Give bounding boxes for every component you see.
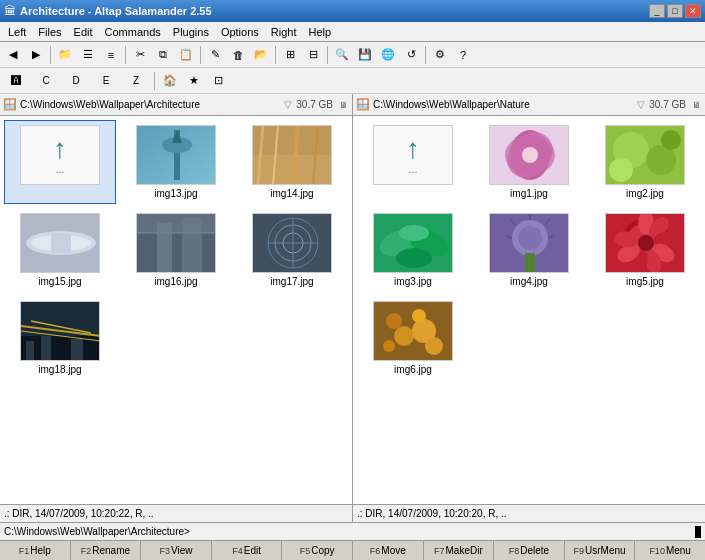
fkey-f6[interactable]: F6 Move [353,541,424,560]
tb-home[interactable]: 🏠 [159,70,181,92]
right-item-img1[interactable]: img1.jpg [473,120,585,204]
right-item-updir[interactable]: ↑ ... [357,120,469,204]
menu-files[interactable]: Files [32,24,67,40]
tb-drive-c[interactable]: C [32,70,60,92]
right-item-img6[interactable]: img6.jpg [357,296,469,380]
left-thumb-img16-svg [137,213,215,273]
menu-plugins[interactable]: Plugins [167,24,215,40]
cmd-prompt[interactable]: C:\Windows\Web\Wallpaper\Architecture> [4,526,695,537]
right-thumb-img3-svg [374,213,452,273]
menu-options[interactable]: Options [215,24,265,40]
fkey-f1-label: Help [30,545,51,556]
svg-point-37 [522,147,538,163]
menu-help[interactable]: Help [303,24,338,40]
tb-forward[interactable]: ▶ [25,44,47,66]
fkey-f9[interactable]: F9 UsrMenu [565,541,636,560]
right-item-img2[interactable]: img2.jpg [589,120,701,204]
tb-bookmark[interactable]: ★ [183,70,205,92]
tb-sep-5 [327,46,328,64]
tb-drive[interactable]: 💾 [354,44,376,66]
tb-select-all[interactable]: ⊞ [279,44,301,66]
svg-point-41 [609,158,633,182]
left-item-img13[interactable]: img13.jpg [120,120,232,204]
tb-drive-z[interactable]: Z [122,70,150,92]
menu-edit[interactable]: Edit [68,24,99,40]
tb-delete[interactable]: 🗑 [227,44,249,66]
right-name-img4: img4.jpg [510,276,548,287]
right-up-dots: ... [408,163,417,175]
right-disk: 30.7 GB [649,99,690,110]
menu-bar: Left Files Edit Commands Plugins Options… [0,22,705,42]
main-area: ↑ ... [0,116,705,504]
tb-misc1[interactable]: ⊡ [207,70,229,92]
fkey-f9-label: UsrMenu [585,545,626,556]
tb-mkdir[interactable]: 📂 [250,44,272,66]
left-disk-icon: 🖥 [339,100,350,110]
right-thumb-img5-svg [606,213,684,273]
left-panel-scroll[interactable]: ↑ ... [0,116,352,504]
fkey-f8[interactable]: F8 Delete [494,541,565,560]
tb-copy[interactable]: ⧉ [152,44,174,66]
right-path[interactable]: C:\Windows\Web\Wallpaper\Nature [373,99,633,110]
tb-search[interactable]: 🔍 [331,44,353,66]
right-item-img4[interactable]: img4.jpg [473,208,585,292]
tb-refresh[interactable]: ↺ [400,44,422,66]
fkey-f7[interactable]: F7 MakeDir [424,541,495,560]
fkey-f1[interactable]: F1 Help [0,541,71,560]
tb-paste[interactable]: 📋 [175,44,197,66]
tb-help2[interactable]: ? [452,44,474,66]
right-thumb-img2-svg [606,125,684,185]
svg-rect-5 [253,125,331,155]
left-item-img18[interactable]: img18.jpg [4,296,116,380]
right-panel-scroll[interactable]: ↑ ... [353,116,705,504]
tb-settings[interactable]: ⚙ [429,44,451,66]
left-item-img15[interactable]: img15.jpg [4,208,116,292]
menu-commands[interactable]: Commands [99,24,167,40]
maximize-button[interactable]: □ [667,4,683,18]
left-item-img14[interactable]: img14.jpg [236,120,348,204]
right-item-img5[interactable]: img5.jpg [589,208,701,292]
right-up-arrow-icon: ↑ [406,135,420,163]
fkey-f4[interactable]: F4 Edit [212,541,283,560]
minimize-button[interactable]: _ [649,4,665,18]
close-button[interactable]: ✕ [685,4,701,18]
tb-rename[interactable]: ✎ [204,44,226,66]
tb-list[interactable]: ☰ [77,44,99,66]
tb-drive-e[interactable]: E [92,70,120,92]
menu-left[interactable]: Left [2,24,32,40]
tb-sep-1 [50,46,51,64]
svg-rect-13 [51,233,71,253]
fkey-f6-num: F6 [370,546,381,556]
fkey-f2[interactable]: F2 Rename [71,541,142,560]
right-thumb-img1 [489,125,569,185]
fkey-f3[interactable]: F3 View [141,541,212,560]
right-addr-icon: 🪟 [355,97,371,113]
fkey-f10-num: F10 [649,546,665,556]
left-status: .: DIR, 14/07/2009, 10:20:22, R, .. [0,505,353,522]
left-path[interactable]: C:\Windows\Web\Wallpaper\Architecture [20,99,280,110]
fkey-f7-num: F7 [434,546,445,556]
left-item-img16[interactable]: img16.jpg [120,208,232,292]
fkey-f5[interactable]: F5 Copy [282,541,353,560]
tb-folder[interactable]: 📁 [54,44,76,66]
fkey-f10[interactable]: F10 Menu [635,541,705,560]
menu-right[interactable]: Right [265,24,303,40]
tb-drive-a[interactable]: 🅰 [2,70,30,92]
left-item-img17[interactable]: img17.jpg [236,208,348,292]
fkey-f10-label: Menu [666,545,691,556]
left-file-panel: ↑ ... [0,116,353,504]
svg-rect-30 [26,341,34,361]
tb-drive-d[interactable]: D [62,70,90,92]
tb-details[interactable]: ≡ [100,44,122,66]
left-thumb-img17-svg [253,213,331,273]
right-item-img3[interactable]: img3.jpg [357,208,469,292]
tb-net[interactable]: 🌐 [377,44,399,66]
left-item-updir[interactable]: ↑ ... [4,120,116,204]
right-thumb-img1-svg [490,125,568,185]
tb-unselect[interactable]: ⊟ [302,44,324,66]
tb-cut[interactable]: ✂ [129,44,151,66]
right-thumb-img4 [489,213,569,273]
tb-back[interactable]: ◀ [2,44,24,66]
left-thumb-img16 [136,213,216,273]
svg-rect-15 [137,233,215,273]
